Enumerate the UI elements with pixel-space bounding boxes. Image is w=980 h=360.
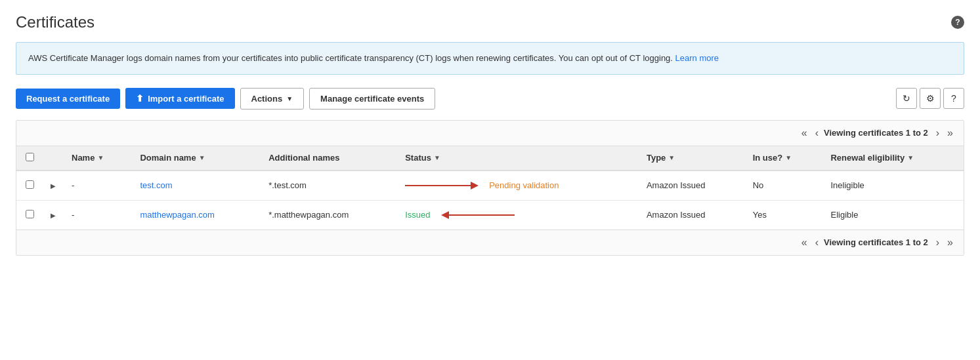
expand-arrow-icon[interactable]: ▶ <box>51 212 56 219</box>
refresh-button[interactable]: ↻ <box>896 88 917 109</box>
next-page-button-bottom[interactable]: › <box>933 235 942 250</box>
pagination-text-top: Viewing certificates 1 to 2 <box>824 128 928 138</box>
actions-label: Actions <box>251 94 283 104</box>
additional-names-col-header: Additional names <box>261 146 397 170</box>
pagination-text-bottom: Viewing certificates 1 to 2 <box>824 237 928 247</box>
first-page-button-bottom[interactable]: « <box>799 235 810 250</box>
name-cell: - <box>64 170 132 201</box>
status-value: Issued <box>405 210 430 220</box>
type-col-header[interactable]: Type ▼ <box>639 146 745 170</box>
next-page-button-top[interactable]: › <box>933 126 942 140</box>
expand-cell[interactable]: ▶ <box>43 170 64 201</box>
upload-icon: ⬆ <box>136 93 144 104</box>
name-sort-icon: ▼ <box>97 154 104 161</box>
refresh-icon: ↻ <box>903 93 910 104</box>
status-arrow <box>405 179 484 192</box>
status-arrow <box>436 209 515 222</box>
actions-button[interactable]: Actions ▼ <box>240 88 305 110</box>
page-help-icon[interactable]: ? <box>951 16 964 29</box>
status-col-header[interactable]: Status ▼ <box>397 146 639 170</box>
domain-name-cell[interactable]: test.com <box>132 170 261 201</box>
type-sort-icon: ▼ <box>668 154 675 161</box>
domain-name-col-header[interactable]: Domain name ▼ <box>132 146 261 170</box>
request-certificate-button[interactable]: Request a certificate <box>16 89 120 109</box>
certificates-table: Name ▼ Domain name ▼ Additional names <box>16 146 964 230</box>
additional-names-cell: *.test.com <box>261 170 397 201</box>
certificates-table-container: « ‹ Viewing certificates 1 to 2 › » Name… <box>16 120 964 256</box>
status-cell: Pending validation <box>397 170 639 201</box>
prev-page-button-top[interactable]: ‹ <box>813 126 821 140</box>
name-col-header[interactable]: Name ▼ <box>64 146 132 170</box>
additional-names-cell: *.matthewpagan.com <box>261 200 397 230</box>
manage-events-label: Manage certificate events <box>320 94 424 104</box>
first-page-button-top[interactable]: « <box>799 126 810 140</box>
select-all-checkbox[interactable] <box>26 153 34 161</box>
prev-page-button-bottom[interactable]: ‹ <box>813 235 821 250</box>
row-checkbox[interactable] <box>26 210 34 218</box>
banner-text: AWS Certificate Manager logs domain name… <box>28 53 673 63</box>
help-button[interactable]: ? <box>943 88 964 109</box>
expand-cell[interactable]: ▶ <box>43 200 64 230</box>
status-sort-icon: ▼ <box>434 154 440 161</box>
type-cell: Amazon Issued <box>639 200 745 230</box>
table-row: ▶ - test.com *.test.com Pending validati… <box>16 170 964 201</box>
toolbar: Request a certificate ⬆ Import a certifi… <box>16 88 964 110</box>
import-certificate-button[interactable]: ⬆ Import a certificate <box>125 88 234 109</box>
actions-dropdown-icon: ▼ <box>286 95 293 102</box>
top-pagination: « ‹ Viewing certificates 1 to 2 › » <box>16 121 964 146</box>
name-cell: - <box>64 200 132 230</box>
gear-icon: ⚙ <box>926 93 935 104</box>
domain-sort-icon: ▼ <box>199 154 205 161</box>
table-row: ▶ - matthewpagan.com *.matthewpagan.com … <box>16 200 964 230</box>
renewal-eligibility-cell: Eligible <box>822 200 964 230</box>
settings-button[interactable]: ⚙ <box>920 88 941 109</box>
renewal-sort-icon: ▼ <box>907 154 914 161</box>
last-page-button-top[interactable]: » <box>945 126 956 140</box>
expand-arrow-icon[interactable]: ▶ <box>51 182 56 190</box>
type-cell: Amazon Issued <box>639 170 745 201</box>
info-banner: AWS Certificate Manager logs domain name… <box>16 42 964 75</box>
select-all-header[interactable] <box>16 146 43 170</box>
in-use-cell: No <box>745 170 823 201</box>
manage-events-button[interactable]: Manage certificate events <box>309 88 435 110</box>
expand-col-header <box>43 146 64 170</box>
import-certificate-label: Import a certificate <box>148 94 224 104</box>
banner-learn-more-link[interactable]: Learn more <box>675 53 719 63</box>
in-use-cell: Yes <box>745 200 823 230</box>
table-header-row: Name ▼ Domain name ▼ Additional names <box>16 146 964 170</box>
renewal-eligibility-cell: Ineligible <box>822 170 964 201</box>
renewal-eligibility-col-header[interactable]: Renewal eligibility ▼ <box>822 146 964 170</box>
toolbar-right-icons: ↻ ⚙ ? <box>896 88 964 109</box>
domain-name-cell[interactable]: matthewpagan.com <box>132 200 261 230</box>
status-value: Pending validation <box>489 180 559 190</box>
last-page-button-bottom[interactable]: » <box>945 235 956 250</box>
in-use-col-header[interactable]: In use? ▼ <box>745 146 823 170</box>
help-icon: ? <box>951 93 956 104</box>
bottom-pagination: « ‹ Viewing certificates 1 to 2 › » <box>16 230 964 255</box>
row-checkbox-cell[interactable] <box>16 170 43 201</box>
status-cell: Issued <box>397 200 639 230</box>
page-title: Certificates <box>16 13 95 31</box>
row-checkbox-cell[interactable] <box>16 200 43 230</box>
row-checkbox[interactable] <box>26 180 34 189</box>
request-certificate-label: Request a certificate <box>26 94 110 104</box>
in-use-sort-icon: ▼ <box>785 154 792 161</box>
